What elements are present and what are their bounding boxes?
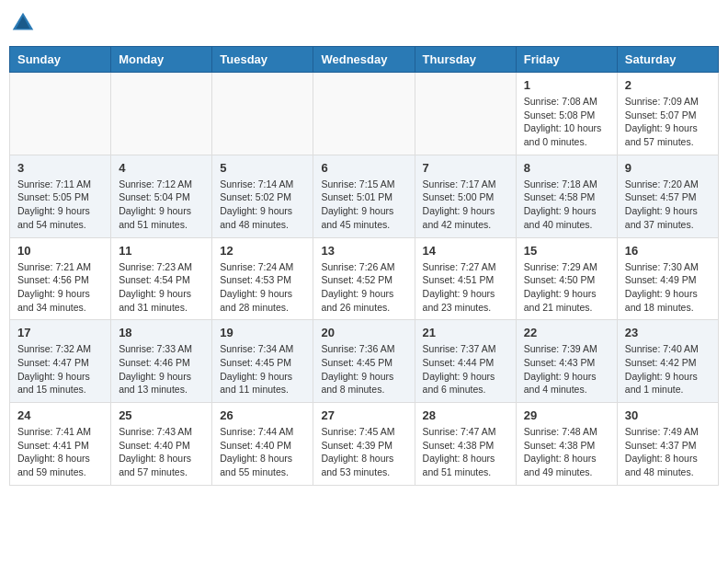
calendar-cell: 19Sunrise: 7:34 AM Sunset: 4:45 PM Dayli…	[212, 320, 313, 403]
calendar-cell: 24Sunrise: 7:41 AM Sunset: 4:41 PM Dayli…	[10, 403, 111, 486]
day-info: Sunrise: 7:43 AM Sunset: 4:40 PM Dayligh…	[119, 425, 204, 479]
calendar-week-row: 24Sunrise: 7:41 AM Sunset: 4:41 PM Dayli…	[10, 403, 719, 486]
day-number: 24	[17, 408, 103, 422]
logo	[9, 9, 40, 37]
day-info: Sunrise: 7:27 AM Sunset: 4:51 PM Dayligh…	[423, 260, 508, 315]
day-number: 29	[524, 408, 609, 422]
day-number: 7	[423, 161, 508, 175]
day-info: Sunrise: 7:49 AM Sunset: 4:37 PM Dayligh…	[625, 425, 711, 479]
calendar-cell: 2Sunrise: 7:09 AM Sunset: 5:07 PM Daylig…	[617, 73, 718, 155]
day-number: 26	[220, 408, 305, 422]
day-info: Sunrise: 7:47 AM Sunset: 4:38 PM Dayligh…	[423, 425, 508, 479]
day-info: Sunrise: 7:36 AM Sunset: 4:45 PM Dayligh…	[321, 342, 406, 396]
calendar-cell: 14Sunrise: 7:27 AM Sunset: 4:51 PM Dayli…	[415, 237, 516, 320]
weekday-header: Monday	[111, 47, 212, 73]
day-info: Sunrise: 7:26 AM Sunset: 4:52 PM Dayligh…	[321, 260, 406, 315]
calendar-cell: 3Sunrise: 7:11 AM Sunset: 5:05 PM Daylig…	[10, 155, 111, 237]
calendar-cell: 27Sunrise: 7:45 AM Sunset: 4:39 PM Dayli…	[313, 403, 415, 486]
calendar-cell: 1Sunrise: 7:08 AM Sunset: 5:08 PM Daylig…	[516, 73, 617, 155]
day-number: 9	[625, 161, 711, 175]
day-info: Sunrise: 7:21 AM Sunset: 4:56 PM Dayligh…	[17, 260, 103, 315]
day-info: Sunrise: 7:45 AM Sunset: 4:39 PM Dayligh…	[321, 425, 406, 479]
calendar-cell: 22Sunrise: 7:39 AM Sunset: 4:43 PM Dayli…	[516, 320, 617, 403]
calendar-cell: 25Sunrise: 7:43 AM Sunset: 4:40 PM Dayli…	[111, 403, 212, 486]
calendar-cell: 11Sunrise: 7:23 AM Sunset: 4:54 PM Dayli…	[111, 237, 212, 320]
weekday-header: Thursday	[415, 47, 516, 73]
calendar-cell: 15Sunrise: 7:29 AM Sunset: 4:50 PM Dayli…	[516, 237, 617, 320]
calendar-cell: 23Sunrise: 7:40 AM Sunset: 4:42 PM Dayli…	[617, 320, 718, 403]
day-info: Sunrise: 7:18 AM Sunset: 4:58 PM Dayligh…	[524, 178, 609, 232]
day-info: Sunrise: 7:33 AM Sunset: 4:46 PM Dayligh…	[119, 342, 204, 396]
day-number: 21	[423, 326, 508, 339]
day-info: Sunrise: 7:23 AM Sunset: 4:54 PM Dayligh…	[119, 260, 204, 315]
day-number: 4	[119, 161, 204, 175]
calendar-cell: 17Sunrise: 7:32 AM Sunset: 4:47 PM Dayli…	[10, 320, 111, 403]
day-info: Sunrise: 7:17 AM Sunset: 5:00 PM Dayligh…	[423, 178, 508, 232]
day-info: Sunrise: 7:20 AM Sunset: 4:57 PM Dayligh…	[625, 178, 711, 232]
day-number: 10	[17, 244, 103, 258]
day-info: Sunrise: 7:32 AM Sunset: 4:47 PM Dayligh…	[17, 342, 103, 396]
calendar-cell: 16Sunrise: 7:30 AM Sunset: 4:49 PM Dayli…	[617, 237, 718, 320]
weekday-header: Saturday	[617, 47, 718, 73]
day-info: Sunrise: 7:48 AM Sunset: 4:38 PM Dayligh…	[524, 425, 609, 479]
calendar-cell	[313, 73, 415, 155]
calendar-cell: 8Sunrise: 7:18 AM Sunset: 4:58 PM Daylig…	[516, 155, 617, 237]
day-number: 2	[625, 78, 711, 92]
day-info: Sunrise: 7:37 AM Sunset: 4:44 PM Dayligh…	[423, 342, 508, 396]
calendar-cell: 28Sunrise: 7:47 AM Sunset: 4:38 PM Dayli…	[415, 403, 516, 486]
calendar-header-row: SundayMondayTuesdayWednesdayThursdayFrid…	[10, 47, 719, 73]
day-info: Sunrise: 7:40 AM Sunset: 4:42 PM Dayligh…	[625, 342, 711, 396]
calendar-cell	[111, 73, 212, 155]
day-number: 15	[524, 244, 609, 258]
calendar-cell: 21Sunrise: 7:37 AM Sunset: 4:44 PM Dayli…	[415, 320, 516, 403]
calendar-cell	[415, 73, 516, 155]
day-number: 23	[625, 326, 711, 339]
calendar-cell: 9Sunrise: 7:20 AM Sunset: 4:57 PM Daylig…	[617, 155, 718, 237]
day-number: 16	[625, 244, 711, 258]
calendar-cell: 18Sunrise: 7:33 AM Sunset: 4:46 PM Dayli…	[111, 320, 212, 403]
calendar-cell: 4Sunrise: 7:12 AM Sunset: 5:04 PM Daylig…	[111, 155, 212, 237]
day-number: 28	[423, 408, 508, 422]
day-number: 12	[220, 244, 305, 258]
calendar-week-row: 1Sunrise: 7:08 AM Sunset: 5:08 PM Daylig…	[10, 73, 719, 155]
day-number: 18	[119, 326, 204, 339]
calendar-cell: 10Sunrise: 7:21 AM Sunset: 4:56 PM Dayli…	[10, 237, 111, 320]
day-number: 27	[321, 408, 406, 422]
day-number: 6	[321, 161, 406, 175]
day-info: Sunrise: 7:41 AM Sunset: 4:41 PM Dayligh…	[17, 425, 103, 479]
calendar-cell: 29Sunrise: 7:48 AM Sunset: 4:38 PM Dayli…	[516, 403, 617, 486]
calendar-cell: 20Sunrise: 7:36 AM Sunset: 4:45 PM Dayli…	[313, 320, 415, 403]
calendar-cell: 7Sunrise: 7:17 AM Sunset: 5:00 PM Daylig…	[415, 155, 516, 237]
day-number: 20	[321, 326, 406, 339]
weekday-header: Tuesday	[212, 47, 313, 73]
day-info: Sunrise: 7:12 AM Sunset: 5:04 PM Dayligh…	[119, 178, 204, 232]
calendar-week-row: 3Sunrise: 7:11 AM Sunset: 5:05 PM Daylig…	[10, 155, 719, 237]
day-number: 5	[220, 161, 305, 175]
calendar-cell: 26Sunrise: 7:44 AM Sunset: 4:40 PM Dayli…	[212, 403, 313, 486]
day-info: Sunrise: 7:34 AM Sunset: 4:45 PM Dayligh…	[220, 342, 305, 396]
day-info: Sunrise: 7:08 AM Sunset: 5:08 PM Dayligh…	[524, 95, 609, 149]
day-number: 11	[119, 244, 204, 258]
calendar-week-row: 10Sunrise: 7:21 AM Sunset: 4:56 PM Dayli…	[10, 237, 719, 320]
day-info: Sunrise: 7:15 AM Sunset: 5:01 PM Dayligh…	[321, 178, 406, 232]
calendar-table: SundayMondayTuesdayWednesdayThursdayFrid…	[9, 46, 719, 486]
day-info: Sunrise: 7:14 AM Sunset: 5:02 PM Dayligh…	[220, 178, 305, 232]
page-header	[9, 9, 719, 37]
calendar-cell: 13Sunrise: 7:26 AM Sunset: 4:52 PM Dayli…	[313, 237, 415, 320]
calendar-cell	[10, 73, 111, 155]
calendar-week-row: 17Sunrise: 7:32 AM Sunset: 4:47 PM Dayli…	[10, 320, 719, 403]
day-number: 30	[625, 408, 711, 422]
day-info: Sunrise: 7:44 AM Sunset: 4:40 PM Dayligh…	[220, 425, 305, 479]
day-number: 8	[524, 161, 609, 175]
calendar-cell: 5Sunrise: 7:14 AM Sunset: 5:02 PM Daylig…	[212, 155, 313, 237]
day-number: 25	[119, 408, 204, 422]
weekday-header: Wednesday	[313, 47, 415, 73]
logo-icon	[9, 9, 37, 37]
day-number: 14	[423, 244, 508, 258]
day-info: Sunrise: 7:30 AM Sunset: 4:49 PM Dayligh…	[625, 260, 711, 315]
day-number: 1	[524, 78, 609, 92]
weekday-header: Sunday	[10, 47, 111, 73]
weekday-header: Friday	[516, 47, 617, 73]
day-number: 19	[220, 326, 305, 339]
calendar-cell: 12Sunrise: 7:24 AM Sunset: 4:53 PM Dayli…	[212, 237, 313, 320]
